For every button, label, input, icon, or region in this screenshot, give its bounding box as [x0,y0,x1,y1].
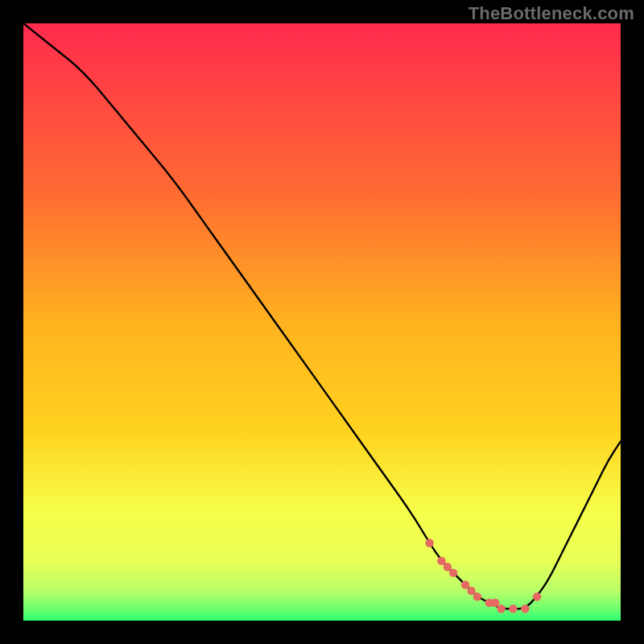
valley-marker [461,580,469,588]
valley-marker [437,557,445,565]
chart-frame: TheBottleneck.com [0,0,644,644]
valley-marker [473,592,481,601]
valley-marker [509,605,517,613]
valley-marker [467,587,475,595]
valley-marker [425,539,433,547]
gradient-background [23,23,621,621]
chart-svg [23,23,621,621]
watermark-text: TheBottleneck.com [469,3,634,24]
valley-marker [491,599,499,607]
plot-area [23,23,621,621]
valley-marker [497,605,505,613]
valley-marker [521,605,529,613]
valley-marker [533,592,541,601]
valley-marker [444,563,452,571]
valley-marker [449,568,457,576]
